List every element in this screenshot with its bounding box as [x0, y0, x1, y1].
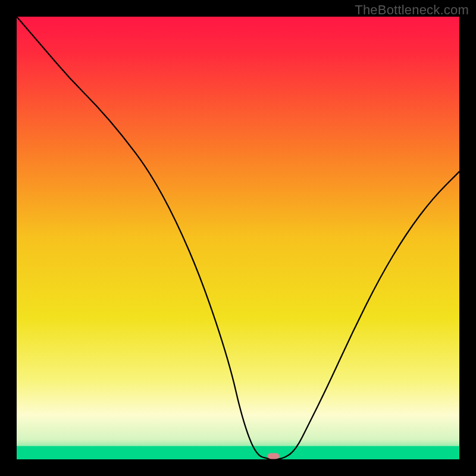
chart-frame: TheBottleneck.com	[0, 0, 476, 476]
watermark-text: TheBottleneck.com	[355, 2, 469, 18]
gradient-background	[17, 17, 459, 459]
bottom-band	[17, 446, 459, 459]
optimum-marker	[268, 453, 280, 459]
plot-area	[17, 17, 459, 459]
chart-svg	[17, 17, 459, 459]
